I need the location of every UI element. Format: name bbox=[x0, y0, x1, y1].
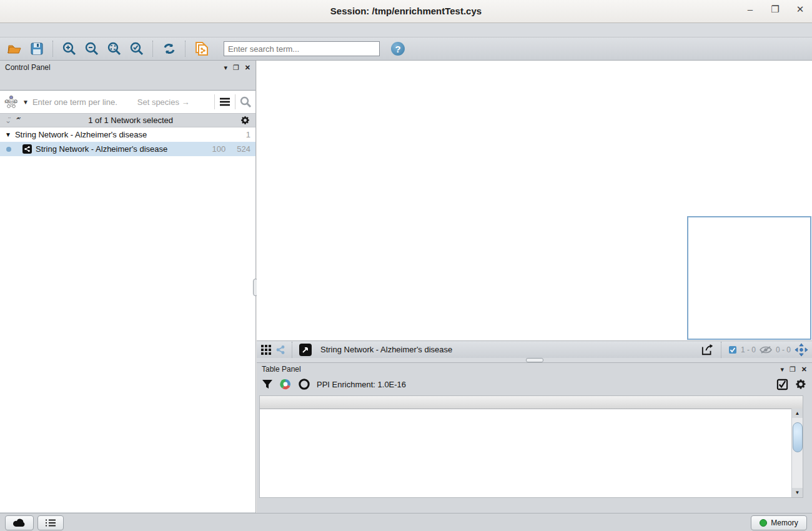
control-panel-title: Control Panel bbox=[5, 63, 51, 72]
scroll-up-icon[interactable]: ▲ bbox=[792, 409, 803, 418]
network-selection-bar: ⌄̈ ⌃̈ 1 of 1 Network selected bbox=[0, 114, 255, 127]
control-panel-tabs bbox=[0, 74, 255, 90]
share-view-icon[interactable] bbox=[275, 345, 285, 355]
horizontal-splitter[interactable] bbox=[257, 358, 812, 362]
network-view-toolbar: String Network - Alzheimer's disease 1 -… bbox=[257, 340, 812, 358]
filter-icon[interactable] bbox=[262, 379, 273, 390]
hidden-counter: 0 - 0 bbox=[776, 345, 791, 354]
panel-close-icon[interactable]: ✕ bbox=[245, 64, 250, 72]
task-history-button[interactable] bbox=[37, 515, 64, 530]
ring-chart-icon[interactable] bbox=[298, 378, 310, 390]
string-dropdown-caret[interactable]: ▼ bbox=[22, 99, 29, 106]
svg-text:STRING: STRING bbox=[4, 100, 17, 104]
memory-button[interactable]: Memory bbox=[751, 515, 807, 530]
table-scrollbar[interactable]: ▲ ▼ bbox=[791, 409, 803, 497]
network-edge-count: 524 bbox=[237, 144, 250, 154]
panel-menu-icon[interactable]: ▾ bbox=[224, 64, 227, 72]
memory-label: Memory bbox=[771, 519, 798, 527]
open-session-button[interactable] bbox=[5, 40, 24, 57]
help-icon[interactable]: ? bbox=[391, 42, 405, 56]
enrichment-table-header[interactable] bbox=[260, 396, 803, 409]
search-input[interactable] bbox=[224, 41, 380, 56]
scroll-thumb[interactable] bbox=[793, 422, 803, 452]
network-canvas[interactable] bbox=[257, 61, 812, 341]
string-network-badge-icon bbox=[22, 144, 32, 154]
cloud-icon bbox=[12, 519, 26, 527]
zoom-out-button[interactable] bbox=[82, 40, 101, 57]
close-button[interactable]: ✕ bbox=[795, 4, 806, 15]
network-file-icon bbox=[194, 41, 210, 57]
network-tree: ▼ String Network - Alzheimer's disease 1… bbox=[0, 127, 255, 512]
select-columns-icon[interactable] bbox=[776, 379, 788, 390]
collection-count: 1 bbox=[246, 130, 250, 139]
current-network-dot-icon bbox=[6, 147, 11, 152]
zoom-selected-icon bbox=[129, 41, 144, 56]
table-panel: Table Panel ▾ ❐ ✕ PPI Enrichment: 1.0E-1… bbox=[257, 362, 812, 513]
table-panel-float-icon[interactable]: ❐ bbox=[790, 365, 796, 374]
string-query-placeholder[interactable]: Enter one term per line. bbox=[32, 97, 117, 107]
save-disk-icon bbox=[30, 42, 44, 56]
menu-bar bbox=[0, 23, 812, 37]
minimize-button[interactable]: – bbox=[745, 4, 756, 15]
import-network-button[interactable] bbox=[192, 40, 211, 57]
expand-all-icon[interactable]: ⌃̈ bbox=[15, 116, 21, 125]
network-options-gear-icon[interactable] bbox=[240, 115, 250, 126]
string-query-bar: STRING ▼ Enter one term per line. Set sp… bbox=[0, 90, 255, 114]
zoom-in-button[interactable] bbox=[60, 40, 79, 57]
table-settings-gear-icon[interactable] bbox=[795, 378, 807, 390]
pan-navigator-icon[interactable] bbox=[795, 343, 808, 357]
string-search-icon[interactable] bbox=[239, 96, 252, 108]
grid-view-icon[interactable] bbox=[260, 344, 272, 355]
detach-view-icon[interactable] bbox=[299, 344, 312, 356]
selection-count-label: 1 of 1 Network selected bbox=[21, 116, 240, 125]
zoom-fit-icon bbox=[107, 41, 122, 56]
selected-counter: 1 - 0 bbox=[741, 345, 756, 354]
panel-float-icon[interactable]: ❐ bbox=[233, 64, 239, 72]
cytoscape-window: Session: /tmp/enrichmentTest.cys – ❐ ✕ bbox=[0, 0, 812, 531]
network-row[interactable]: String Network - Alzheimer's disease 100… bbox=[0, 142, 255, 156]
title-bar: Session: /tmp/enrichmentTest.cys – ❐ ✕ bbox=[0, 0, 812, 23]
table-panel-menu-icon[interactable]: ▾ bbox=[780, 365, 784, 374]
network-view-title: String Network - Alzheimer's disease bbox=[320, 345, 697, 354]
control-panel: Control Panel ▾ ❐ ✕ STRING ▼ Enter one t… bbox=[0, 61, 256, 513]
network-collection-row[interactable]: ▼ String Network - Alzheimer's disease 1 bbox=[0, 127, 255, 142]
species-hint[interactable]: Set species → bbox=[137, 97, 210, 107]
network-node-count: 100 bbox=[212, 144, 226, 154]
zoom-out-icon bbox=[84, 41, 99, 56]
save-session-button[interactable] bbox=[27, 40, 46, 57]
query-options-icon[interactable] bbox=[219, 96, 231, 107]
zoom-fit-button[interactable] bbox=[105, 40, 124, 57]
list-icon bbox=[45, 519, 56, 527]
hidden-eye-icon[interactable] bbox=[760, 345, 772, 354]
scroll-down-icon[interactable]: ▼ bbox=[792, 488, 803, 497]
open-folder-icon bbox=[7, 42, 22, 55]
export-network-icon[interactable] bbox=[701, 344, 715, 356]
memory-status-icon bbox=[760, 519, 767, 527]
refresh-button[interactable] bbox=[160, 40, 179, 57]
collapse-all-icon[interactable]: ⌄̈ bbox=[5, 116, 11, 125]
refresh-icon bbox=[162, 41, 177, 56]
cloud-tasks-button[interactable] bbox=[5, 515, 34, 530]
maximize-button[interactable]: ❐ bbox=[770, 4, 781, 15]
network-minimap[interactable] bbox=[687, 216, 811, 340]
string-logo-icon[interactable]: STRING bbox=[4, 95, 19, 109]
window-title: Session: /tmp/enrichmentTest.cys bbox=[0, 6, 812, 16]
enrichment-chart-icon[interactable] bbox=[279, 378, 292, 390]
enrichment-table: ▲ ▼ bbox=[259, 395, 803, 498]
selected-nodes-checkbox-icon[interactable] bbox=[728, 345, 737, 354]
zoom-selected-button[interactable] bbox=[127, 40, 146, 57]
status-bar: Memory bbox=[0, 513, 812, 531]
collection-name: String Network - Alzheimer's disease bbox=[15, 130, 147, 139]
zoom-in-icon bbox=[62, 41, 77, 56]
ppi-enrichment-label: PPI Enrichment: 1.0E-16 bbox=[317, 380, 406, 389]
table-panel-close-icon[interactable]: ✕ bbox=[801, 365, 807, 374]
table-panel-title: Table Panel bbox=[262, 365, 301, 374]
collection-expand-icon[interactable]: ▼ bbox=[5, 131, 11, 138]
network-name: String Network - Alzheimer's disease bbox=[36, 144, 167, 154]
main-toolbar: ? bbox=[0, 37, 812, 61]
